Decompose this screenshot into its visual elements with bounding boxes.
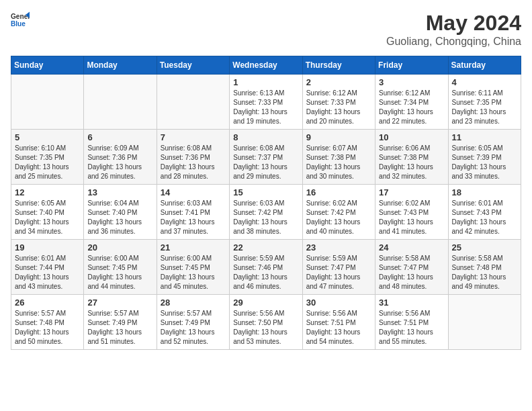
day-info: Sunrise: 5:57 AM Sunset: 7:48 PM Dayligh…: [15, 309, 80, 347]
calendar-cell: [448, 295, 521, 350]
calendar-week-2: 5Sunrise: 6:10 AM Sunset: 7:35 PM Daylig…: [11, 130, 521, 185]
calendar-cell: 17Sunrise: 6:02 AM Sunset: 7:43 PM Dayli…: [375, 185, 448, 240]
calendar-cell: 19Sunrise: 6:01 AM Sunset: 7:44 PM Dayli…: [11, 240, 84, 295]
day-number: 13: [87, 187, 152, 197]
calendar-cell: 20Sunrise: 6:00 AM Sunset: 7:45 PM Dayli…: [84, 240, 157, 295]
weekday-header-saturday: Saturday: [448, 56, 521, 75]
day-info: Sunrise: 6:04 AM Sunset: 7:40 PM Dayligh…: [87, 199, 152, 236]
day-info: Sunrise: 6:08 AM Sunset: 7:36 PM Dayligh…: [161, 144, 226, 181]
calendar-cell: 26Sunrise: 5:57 AM Sunset: 7:48 PM Dayli…: [11, 295, 84, 350]
calendar-cell: 10Sunrise: 6:06 AM Sunset: 7:38 PM Dayli…: [375, 130, 448, 185]
day-number: 18: [452, 187, 517, 197]
day-number: 16: [306, 187, 371, 197]
calendar-cell: 22Sunrise: 5:59 AM Sunset: 7:46 PM Dayli…: [230, 240, 302, 295]
day-info: Sunrise: 6:02 AM Sunset: 7:43 PM Dayligh…: [379, 199, 444, 236]
day-info: Sunrise: 6:10 AM Sunset: 7:35 PM Dayligh…: [15, 144, 80, 181]
day-number: 24: [379, 242, 444, 253]
calendar-cell: 31Sunrise: 5:56 AM Sunset: 7:51 PM Dayli…: [375, 295, 448, 350]
calendar-cell: [84, 75, 157, 130]
day-number: 29: [233, 298, 298, 308]
day-number: 1: [233, 77, 298, 87]
weekday-header-wednesday: Wednesday: [230, 56, 302, 75]
day-info: Sunrise: 6:06 AM Sunset: 7:38 PM Dayligh…: [379, 144, 444, 181]
day-number: 17: [379, 187, 444, 197]
calendar-cell: 15Sunrise: 6:03 AM Sunset: 7:42 PM Dayli…: [230, 185, 302, 240]
calendar-cell: 16Sunrise: 6:02 AM Sunset: 7:42 PM Dayli…: [302, 185, 375, 240]
day-info: Sunrise: 6:12 AM Sunset: 7:33 PM Dayligh…: [306, 89, 371, 126]
day-number: 26: [15, 298, 80, 308]
day-number: 5: [15, 132, 80, 142]
day-number: 12: [15, 187, 80, 197]
calendar-cell: 11Sunrise: 6:05 AM Sunset: 7:39 PM Dayli…: [448, 130, 521, 185]
calendar-week-1: 1Sunrise: 6:13 AM Sunset: 7:33 PM Daylig…: [11, 75, 521, 130]
logo: General Blue: [11, 11, 30, 30]
day-info: Sunrise: 5:58 AM Sunset: 7:48 PM Dayligh…: [452, 254, 517, 291]
day-number: 7: [161, 132, 226, 142]
day-number: 4: [452, 77, 517, 87]
day-number: 25: [452, 242, 517, 253]
day-number: 11: [452, 132, 517, 142]
weekday-header-sunday: Sunday: [11, 56, 84, 75]
calendar-cell: 7Sunrise: 6:08 AM Sunset: 7:36 PM Daylig…: [157, 130, 229, 185]
calendar-cell: 3Sunrise: 6:12 AM Sunset: 7:34 PM Daylig…: [375, 75, 448, 130]
day-number: 15: [233, 187, 298, 197]
calendar-cell: 21Sunrise: 6:00 AM Sunset: 7:45 PM Dayli…: [157, 240, 229, 295]
day-number: 2: [306, 77, 371, 87]
day-info: Sunrise: 6:02 AM Sunset: 7:42 PM Dayligh…: [306, 199, 371, 236]
calendar-cell: 9Sunrise: 6:07 AM Sunset: 7:38 PM Daylig…: [302, 130, 375, 185]
day-info: Sunrise: 5:57 AM Sunset: 7:49 PM Dayligh…: [161, 309, 226, 347]
calendar-cell: 5Sunrise: 6:10 AM Sunset: 7:35 PM Daylig…: [11, 130, 84, 185]
svg-text:Blue: Blue: [11, 20, 26, 28]
weekday-header-row: SundayMondayTuesdayWednesdayThursdayFrid…: [11, 56, 521, 75]
calendar-cell: 18Sunrise: 6:01 AM Sunset: 7:43 PM Dayli…: [448, 185, 521, 240]
location: Guoliang, Chongqing, China: [386, 36, 521, 48]
calendar-cell: 4Sunrise: 6:11 AM Sunset: 7:35 PM Daylig…: [448, 75, 521, 130]
calendar-cell: 30Sunrise: 5:56 AM Sunset: 7:51 PM Dayli…: [302, 295, 375, 350]
day-number: 21: [161, 242, 226, 253]
weekday-header-thursday: Thursday: [302, 56, 375, 75]
day-number: 27: [87, 298, 152, 308]
day-number: 6: [87, 132, 152, 142]
day-number: 3: [379, 77, 444, 87]
day-info: Sunrise: 6:12 AM Sunset: 7:34 PM Dayligh…: [379, 89, 444, 126]
day-info: Sunrise: 6:09 AM Sunset: 7:36 PM Dayligh…: [87, 144, 152, 181]
day-info: Sunrise: 6:05 AM Sunset: 7:40 PM Dayligh…: [15, 199, 80, 236]
day-info: Sunrise: 6:03 AM Sunset: 7:41 PM Dayligh…: [161, 199, 226, 236]
calendar-cell: 29Sunrise: 5:56 AM Sunset: 7:50 PM Dayli…: [230, 295, 302, 350]
title-block: May 2024 Guoliang, Chongqing, China: [386, 11, 521, 48]
day-info: Sunrise: 6:05 AM Sunset: 7:39 PM Dayligh…: [452, 144, 517, 181]
day-info: Sunrise: 6:08 AM Sunset: 7:37 PM Dayligh…: [233, 144, 298, 181]
calendar-cell: 27Sunrise: 5:57 AM Sunset: 7:49 PM Dayli…: [84, 295, 157, 350]
day-info: Sunrise: 5:56 AM Sunset: 7:51 PM Dayligh…: [379, 309, 444, 347]
logo-icon: General Blue: [11, 11, 30, 30]
calendar-cell: 2Sunrise: 6:12 AM Sunset: 7:33 PM Daylig…: [302, 75, 375, 130]
day-info: Sunrise: 6:11 AM Sunset: 7:35 PM Dayligh…: [452, 89, 517, 126]
day-number: 31: [379, 298, 444, 308]
calendar-cell: 8Sunrise: 6:08 AM Sunset: 7:37 PM Daylig…: [230, 130, 302, 185]
day-info: Sunrise: 6:07 AM Sunset: 7:38 PM Dayligh…: [306, 144, 371, 181]
day-info: Sunrise: 5:58 AM Sunset: 7:47 PM Dayligh…: [379, 254, 444, 291]
calendar-cell: 13Sunrise: 6:04 AM Sunset: 7:40 PM Dayli…: [84, 185, 157, 240]
day-number: 20: [87, 242, 152, 253]
page-header: General Blue May 2024 Guoliang, Chongqin…: [11, 11, 521, 48]
day-number: 10: [379, 132, 444, 142]
calendar-cell: 25Sunrise: 5:58 AM Sunset: 7:48 PM Dayli…: [448, 240, 521, 295]
day-info: Sunrise: 6:03 AM Sunset: 7:42 PM Dayligh…: [233, 199, 298, 236]
month-title: May 2024: [386, 11, 521, 36]
weekday-header-monday: Monday: [84, 56, 157, 75]
day-number: 14: [161, 187, 226, 197]
calendar-cell: 12Sunrise: 6:05 AM Sunset: 7:40 PM Dayli…: [11, 185, 84, 240]
calendar-cell: 28Sunrise: 5:57 AM Sunset: 7:49 PM Dayli…: [157, 295, 229, 350]
day-info: Sunrise: 5:59 AM Sunset: 7:46 PM Dayligh…: [233, 254, 298, 291]
calendar-table: SundayMondayTuesdayWednesdayThursdayFrid…: [11, 56, 521, 350]
weekday-header-friday: Friday: [375, 56, 448, 75]
day-info: Sunrise: 5:59 AM Sunset: 7:47 PM Dayligh…: [306, 254, 371, 291]
day-info: Sunrise: 6:13 AM Sunset: 7:33 PM Dayligh…: [233, 89, 298, 126]
calendar-cell: 6Sunrise: 6:09 AM Sunset: 7:36 PM Daylig…: [84, 130, 157, 185]
day-number: 8: [233, 132, 298, 142]
weekday-header-tuesday: Tuesday: [157, 56, 229, 75]
calendar-cell: 1Sunrise: 6:13 AM Sunset: 7:33 PM Daylig…: [230, 75, 302, 130]
calendar-cell: [11, 75, 84, 130]
day-number: 30: [306, 298, 371, 308]
calendar-cell: 24Sunrise: 5:58 AM Sunset: 7:47 PM Dayli…: [375, 240, 448, 295]
